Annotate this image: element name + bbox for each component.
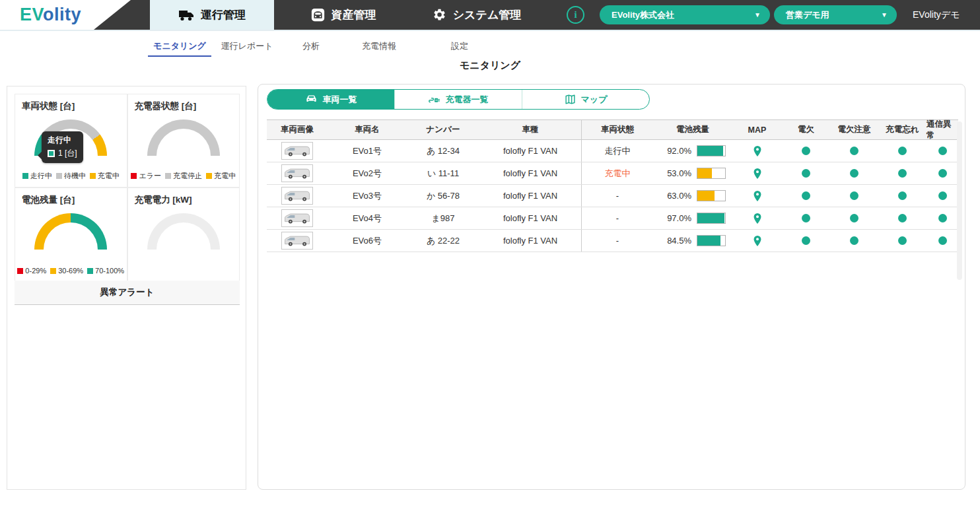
power-out-status-dot [802,169,810,178]
vehicle-status-cell: 走行中 [581,140,653,162]
table-row[interactable]: EVo3号 か 56-78 folofly F1 VAN - 63.0% [267,185,958,207]
power-out-status-dot [802,236,810,245]
power-out-cell [782,185,830,207]
comm-error-status-dot [938,191,947,200]
vehicle-number-cell: あ 12-34 [407,140,479,162]
table-row[interactable]: EVo2号 い 11-11 folofly F1 VAN 充電中 53.0% [267,162,958,185]
subnav-item-analysis[interactable]: 分析 [283,36,339,57]
tooltip-title: 走行中 [48,135,77,146]
gauge-card-charging-power: 充電電力 [kW] [127,187,240,281]
organization-select[interactable]: EVolity株式会社 ▼ [600,5,770,24]
charge-forgotten-cell [878,207,927,229]
map-pin-icon[interactable] [752,234,763,248]
tab-vehicle-list[interactable]: 車両一覧 [267,90,395,109]
power-out-cell [782,207,830,229]
vehicle-image-cell [267,207,328,229]
vehicle-name-cell: EVo3号 [328,185,407,207]
vehicle-thumbnail[interactable] [281,142,313,160]
power-out-cell [782,140,830,162]
gauge-legend: 0-29%30-69%70-100% [15,267,127,275]
map-icon [565,94,576,105]
abnormal-alert-header: 異常アラート [15,281,240,305]
topnav-tab-system[interactable]: システム管理 [411,0,543,30]
vehicle-model-cell: folofly F1 VAN [479,185,581,207]
van-image-icon [283,211,312,226]
battery-bar-fill [697,168,712,178]
comm-error-cell [927,230,958,252]
topnav-tab-label: 運行管理 [201,7,246,22]
vehicle-thumbnail[interactable] [281,232,313,250]
tab-label: マップ [581,94,608,106]
charge-forgotten-cell [878,230,927,252]
comm-error-cell [927,207,958,229]
gauge-title: 車両状態 [台] [15,94,127,112]
gauge-legend: エラー充電停止充電中 [128,171,240,181]
battery-bar [697,145,726,156]
vehicle-image-cell [267,162,328,184]
environment-select[interactable]: 営業デモ用 ▼ [774,5,897,24]
vehicle-name-cell: EVo2号 [328,162,407,184]
battery-level-gauge [34,213,107,250]
subnav-item-charging-info[interactable]: 充電情報 [339,36,419,57]
info-icon[interactable]: i [567,6,584,24]
charge-forgotten-status-dot [898,214,907,222]
power-out-status-dot [802,214,810,222]
truck-icon [178,9,194,21]
gauge-card-charger-status: 充電器状態 [台] エラー充電停止充電中 [127,94,240,187]
topnav-tab-operations[interactable]: 運行管理 [150,0,274,30]
gauge-grid: 車両状態 [台] 走行中 1 [台] 走行中待機中充電中 充電器状態 [台] [15,94,240,281]
vehicle-number-cell: い 11-11 [407,162,479,184]
battery-bar-fill [697,236,720,246]
vehicle-thumbnail[interactable] [281,164,313,182]
tab-charger-list[interactable]: 充電器一覧 [395,90,522,109]
comm-error-status-dot [938,236,947,245]
vertical-scrollbar[interactable] [957,121,962,280]
map-pin-icon[interactable] [752,189,763,203]
subnav-item-operation-report[interactable]: 運行レポート [211,36,283,57]
charge-forgotten-cell [878,162,927,184]
vehicle-number-cell: ま987 [407,207,479,229]
gear-icon [433,8,446,22]
vehicle-status-cell: - [581,230,653,252]
environment-select-value: 営業デモ用 [786,9,829,21]
power-warning-cell [830,162,878,184]
battery-cell: 53.0% [653,162,732,184]
power-warning-cell [830,140,878,162]
column-header-status: 車両状態 [581,120,653,139]
vehicle-model-cell: folofly F1 VAN [479,230,581,252]
column-header-power-warning: 電欠注意 [830,120,878,139]
chevron-down-icon: ▼ [881,11,888,18]
tab-map[interactable]: マップ [522,90,649,109]
column-header-vehicle-image: 車両画像 [267,120,328,139]
column-header-model: 車種 [479,120,581,139]
navbar-divider [0,30,980,31]
map-cell [732,140,782,162]
map-pin-icon[interactable] [752,145,763,158]
gauge-card-battery-level: 電池残量 [台] 0-29%30-69%70-100% [15,187,127,281]
battery-percent-label: 97.0% [667,213,691,223]
comm-error-status-dot [938,214,947,222]
power-out-status-dot [802,147,810,155]
map-pin-icon[interactable] [752,212,763,225]
power-warning-status-dot [850,169,858,178]
power-warning-cell [830,207,878,229]
subnav-item-settings[interactable]: 設定 [419,36,501,57]
table-row[interactable]: EVo6号 あ 22-22 folofly F1 VAN - 84.5% [267,230,958,252]
van-image-icon [283,166,312,182]
sub-navigation: モニタリング 運行レポート 分析 充電情報 設定 [148,36,501,57]
topnav-tab-assets[interactable]: 資産管理 [280,0,407,30]
legend-item: 充電中 [90,171,120,181]
comm-error-status-dot [938,147,947,155]
map-cell [732,162,782,184]
table-row[interactable]: EVo4号 ま987 folofly F1 VAN - 97.0% [267,207,958,230]
subnav-item-monitoring[interactable]: モニタリング [148,36,211,57]
power-warning-status-dot [850,147,858,155]
power-warning-cell [830,230,878,252]
legend-item: 70-100% [87,267,124,275]
vehicle-thumbnail[interactable] [281,187,313,205]
power-warning-status-dot [850,214,858,222]
vehicle-thumbnail[interactable] [281,209,313,227]
map-pin-icon[interactable] [752,167,763,180]
table-row[interactable]: EVo1号 あ 12-34 folofly F1 VAN 走行中 92.0% [267,140,958,162]
vehicle-image-cell [267,230,328,252]
